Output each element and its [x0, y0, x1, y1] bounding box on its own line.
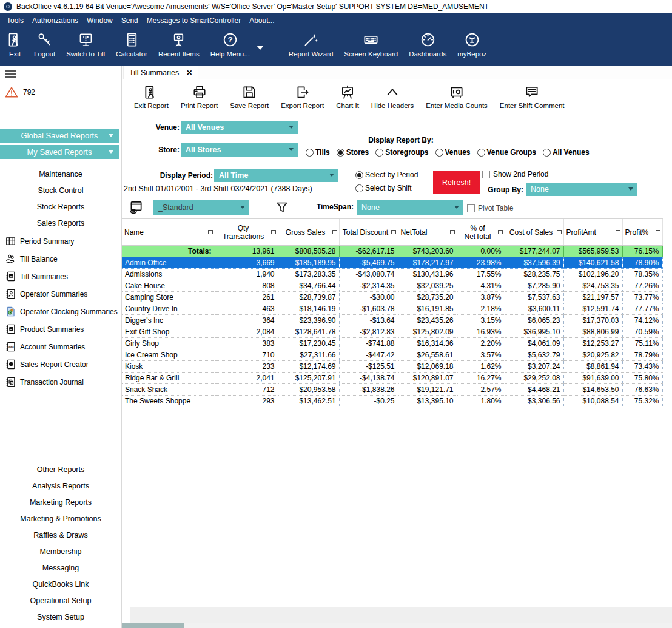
- toolbar-button-recent-items[interactable]: Recent Items: [153, 27, 205, 58]
- table-row[interactable]: Cake House808$34,766.44-$2,314.35$32,039…: [122, 280, 662, 292]
- toolbar-button-report-wizard[interactable]: Report Wizard: [283, 27, 339, 58]
- sidebar-item-other-reports[interactable]: Other Reports: [0, 461, 121, 478]
- sidebar-item-product-summaries[interactable]: Product Summaries: [0, 320, 121, 338]
- menu-item-tools[interactable]: Tools: [2, 16, 28, 25]
- column-pin-icon[interactable]: [271, 230, 276, 234]
- column-header-qty-transactions[interactable]: Qty Transactions: [215, 219, 278, 246]
- menu-item-authorizations[interactable]: Authorizations: [28, 16, 82, 25]
- column-header-profit[interactable]: Profit%: [622, 219, 662, 246]
- layout-select[interactable]: _Standard: [153, 200, 249, 215]
- venue-select[interactable]: All Venues: [181, 121, 298, 134]
- group-by-select[interactable]: None: [526, 183, 637, 196]
- toolbar-button-dashboards[interactable]: Dashboards: [403, 27, 452, 58]
- toolbar-button-screen-keyboard[interactable]: Screen Keyboard: [338, 27, 403, 58]
- radio-tills[interactable]: Tills: [306, 148, 330, 157]
- sidebar-button-global-saved-reports[interactable]: Global Saved Reports: [0, 129, 119, 143]
- timespan-select[interactable]: None: [357, 200, 463, 215]
- toolbar-button-mybepoz[interactable]: myBepoz: [452, 27, 492, 58]
- close-icon[interactable]: ✕: [186, 69, 192, 77]
- sidebar-item-analysis-reports[interactable]: Analysis Reports: [0, 478, 121, 494]
- column-pin-icon[interactable]: [450, 230, 455, 234]
- table-row[interactable]: Camping Store261$28,739.87-$30.00$28,735…: [122, 292, 662, 303]
- alert-badge[interactable]: 792: [5, 86, 121, 98]
- toolbar-button-calculator[interactable]: Calculator: [110, 27, 153, 58]
- scrollbar-thumb[interactable]: [122, 623, 184, 628]
- sidebar-item-raffles-draws[interactable]: Raffles & Draws: [0, 527, 121, 543]
- chevron-down-icon[interactable]: [257, 46, 264, 50]
- toolbar-button-help-menu[interactable]: ?Help Menu...: [205, 27, 255, 58]
- table-row[interactable]: Admissions1,940$173,283.35-$43,080.74$13…: [122, 269, 662, 280]
- column-header-total-discount[interactable]: Total Discount: [339, 219, 398, 246]
- column-header-name[interactable]: Name: [122, 219, 215, 246]
- sidebar-item-membership[interactable]: Membership: [0, 543, 121, 559]
- menu-item-messages-to-smartcontroller[interactable]: Messages to SmartController: [143, 16, 245, 25]
- show-2nd-period-checkbox[interactable]: Show 2nd Period: [482, 170, 548, 178]
- table-row[interactable]: Girly Shop383$17,230.45-$741.88$16,314.3…: [122, 338, 662, 349]
- report-toolbar-button-exit-report[interactable]: Exit Report: [128, 79, 175, 118]
- sidebar-item-stock-control[interactable]: Stock Control: [0, 182, 121, 198]
- horizontal-scrollbar[interactable]: [122, 623, 672, 628]
- column-header-gross-sales[interactable]: Gross Sales: [278, 219, 339, 246]
- column-header-cost-of-sales[interactable]: Cost of Sales: [505, 219, 563, 246]
- menu-item-about[interactable]: About...: [245, 16, 278, 25]
- radio-stores[interactable]: Stores: [337, 148, 369, 157]
- table-row[interactable]: Admin Office3,669$185,189.95-$5,469.75$1…: [122, 257, 662, 269]
- report-toolbar-button-hide-headers[interactable]: Hide Headers: [365, 79, 420, 118]
- sidebar-item-sales-report-creator[interactable]: Sales Report Creator: [0, 356, 121, 373]
- table-row[interactable]: Country Drive In463$18,146.19-$1,603.78$…: [122, 303, 662, 315]
- column-pin-icon[interactable]: [616, 230, 620, 234]
- column-pin-icon[interactable]: [391, 230, 396, 234]
- table-row[interactable]: Snack Shack712$20,953.58-$1,838.26$19,12…: [122, 384, 662, 396]
- menu-item-window[interactable]: Window: [82, 16, 117, 25]
- sidebar-item-till-balance[interactable]: Till Balance: [0, 250, 121, 268]
- column-pin-icon[interactable]: [498, 230, 503, 234]
- menu-item-send[interactable]: Send: [117, 16, 143, 25]
- store-select[interactable]: All Stores: [181, 143, 298, 157]
- sidebar-item-operator-summaries[interactable]: Operator Summaries: [0, 285, 121, 303]
- hamburger-menu-icon[interactable]: [5, 70, 16, 78]
- radio-venue-groups[interactable]: Venue Groups: [477, 148, 536, 157]
- toolbar-button-switch-to-till[interactable]: Switch to Till: [61, 27, 110, 58]
- table-row[interactable]: Ice Cream Shop710$27,311.66-$447.42$26,5…: [122, 349, 662, 361]
- sidebar-item-till-summaries[interactable]: Till Summaries: [0, 268, 121, 285]
- tab-till-summaries[interactable]: Till Summaries ✕: [123, 66, 198, 79]
- report-toolbar-button-export-report[interactable]: Export Report: [275, 79, 330, 118]
- column-pin-icon[interactable]: [208, 230, 213, 234]
- sidebar-item-sales-reports[interactable]: Sales Reports: [0, 215, 121, 231]
- column-header-of-nettotal[interactable]: % of NetTotal: [457, 219, 505, 246]
- pivot-table-checkbox[interactable]: Pivot Table: [467, 204, 513, 212]
- radio-all-venues[interactable]: All Venues: [543, 148, 590, 157]
- sidebar-item-stock-reports[interactable]: Stock Reports: [0, 198, 121, 215]
- report-toolbar-button-print-report[interactable]: Print Report: [175, 79, 224, 118]
- column-header-profitamt[interactable]: ProfitAmt: [563, 219, 622, 246]
- column-pin-icon[interactable]: [332, 230, 337, 234]
- table-row[interactable]: Digger's Inc364$23,396.90-$13.64$23,435.…: [122, 315, 662, 326]
- sidebar-button-my-saved-reports[interactable]: My Saved Reports: [0, 145, 119, 159]
- sidebar-item-maintenance[interactable]: Maintenance: [0, 166, 121, 182]
- radio-select-by-shift[interactable]: Select by Shift: [355, 184, 412, 192]
- column-header-nettotal[interactable]: NetTotal: [398, 219, 457, 246]
- table-row[interactable]: Ridge Bar & Grill2,041$125,207.91-$4,138…: [122, 373, 662, 384]
- report-toolbar-button-chart-it[interactable]: Chart It: [330, 79, 365, 118]
- sidebar-item-transaction-journal[interactable]: Transaction Journal: [0, 373, 121, 391]
- column-pin-icon[interactable]: [656, 230, 660, 234]
- table-row[interactable]: Exit Gift Shop2,084$128,641.78-$2,812.83…: [122, 326, 662, 338]
- sidebar-item-marketing-promotions[interactable]: Marketing & Promotions: [0, 510, 121, 527]
- toolbar-button-logout[interactable]: Logout: [29, 27, 61, 58]
- sidebar-item-operational-setup[interactable]: Operational Setup: [0, 592, 121, 609]
- toolbar-button-exit[interactable]: Exit: [1, 27, 29, 58]
- sidebar-item-operator-clocking-summaries[interactable]: Operator Clocking Summaries: [0, 303, 121, 320]
- radio-venues[interactable]: Venues: [435, 148, 471, 157]
- sidebar-item-messaging[interactable]: Messaging: [0, 559, 121, 576]
- sidebar-item-period-summary[interactable]: Period Summary: [0, 232, 121, 250]
- radio-select-by-period[interactable]: Select by Period: [355, 171, 418, 179]
- report-toolbar-button-enter-shift-comment[interactable]: Enter Shift Comment: [494, 79, 571, 118]
- display-period-select[interactable]: All Time: [214, 169, 338, 182]
- sidebar-item-account-summaries[interactable]: aaaAccount Summaries: [0, 338, 121, 356]
- filter-funnel-icon[interactable]: [275, 200, 289, 215]
- column-pin-icon[interactable]: [557, 230, 562, 234]
- radio-storegroups[interactable]: Storegroups: [375, 148, 428, 157]
- sidebar-item-system-setup[interactable]: System Setup: [0, 609, 121, 625]
- table-row[interactable]: The Sweets Shoppe293$13,462.51-$0.25$13,…: [122, 396, 662, 407]
- report-layout-icon[interactable]: [128, 200, 144, 215]
